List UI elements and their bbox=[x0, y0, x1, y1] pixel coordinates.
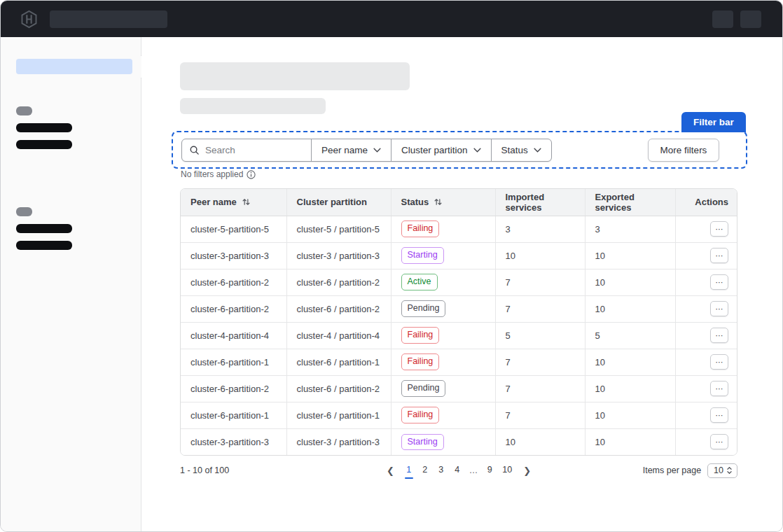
row-actions-button[interactable]: ⋯ bbox=[710, 381, 728, 396]
dropdown-label: Cluster partition bbox=[401, 145, 468, 155]
row-actions-button[interactable]: ⋯ bbox=[710, 248, 728, 263]
items-per-page-label: Items per page bbox=[643, 465, 701, 475]
cluster-partition-filter-dropdown[interactable]: Cluster partition bbox=[391, 139, 491, 161]
cluster-partition-cell: cluster-6 / partition-1 bbox=[286, 349, 391, 375]
row-actions-button[interactable]: ⋯ bbox=[710, 407, 728, 423]
search-input[interactable] bbox=[205, 145, 296, 155]
filter-status-text: No filters applied bbox=[181, 169, 256, 179]
column-header-exported-services: Exported services bbox=[585, 189, 675, 216]
exported-services-cell: 10 bbox=[585, 295, 675, 322]
nav-action-placeholder-2[interactable] bbox=[740, 10, 761, 28]
filter-bar: Peer name Cluster partition Status More … bbox=[172, 131, 747, 169]
cluster-partition-cell: cluster-3 / partition-3 bbox=[286, 242, 391, 269]
column-header-cluster-partition[interactable]: Cluster partition bbox=[286, 189, 391, 216]
sidebar-item-placeholder[interactable] bbox=[16, 140, 72, 149]
actions-cell: ⋯ bbox=[675, 402, 737, 428]
nav-search-placeholder[interactable] bbox=[50, 10, 167, 28]
table-header-row: Peer name Cluster partition Status bbox=[181, 189, 737, 216]
imported-services-cell: 10 bbox=[495, 428, 585, 455]
page-number-10[interactable]: 10 bbox=[500, 463, 514, 478]
sidebar-item-placeholder[interactable] bbox=[16, 241, 72, 250]
previous-page-button[interactable]: ❮ bbox=[382, 464, 399, 477]
table-row: cluster-4-partition-4 cluster-4 / partit… bbox=[181, 322, 737, 349]
imported-services-cell: 7 bbox=[495, 375, 585, 402]
sidebar-item-placeholder[interactable] bbox=[16, 123, 72, 132]
app-frame: Filter bar Peer name bbox=[0, 0, 783, 532]
row-actions-button[interactable]: ⋯ bbox=[710, 221, 728, 237]
peer-name-filter-dropdown[interactable]: Peer name bbox=[311, 139, 391, 161]
row-actions-button[interactable]: ⋯ bbox=[710, 328, 728, 343]
page-number-2[interactable]: 2 bbox=[420, 463, 431, 478]
status-cell: Pending bbox=[391, 375, 495, 402]
select-caret-icon bbox=[726, 466, 733, 475]
row-actions-button[interactable]: ⋯ bbox=[710, 274, 728, 290]
cluster-partition-cell: cluster-6 / partition-2 bbox=[286, 295, 391, 322]
sidebar-active-item-placeholder[interactable] bbox=[16, 59, 132, 74]
items-per-page-select[interactable]: 10 bbox=[707, 463, 737, 478]
sidebar bbox=[1, 37, 141, 532]
top-navbar bbox=[1, 1, 782, 37]
row-actions-button[interactable]: ⋯ bbox=[710, 301, 728, 316]
imported-services-cell: 3 bbox=[495, 216, 585, 242]
page-number-4[interactable]: 4 bbox=[452, 463, 463, 478]
peer-name-cell: cluster-6-partition-1 bbox=[181, 349, 286, 375]
table-row: cluster-3-partition-3 cluster-3 / partit… bbox=[181, 428, 737, 455]
next-page-button[interactable]: ❯ bbox=[519, 464, 535, 477]
column-header-imported-services: Imported services bbox=[495, 189, 585, 216]
actions-cell: ⋯ bbox=[675, 322, 737, 349]
table-row: cluster-6-partition-2 cluster-6 / partit… bbox=[181, 295, 737, 322]
filter-controls-group: Peer name Cluster partition Status bbox=[181, 139, 552, 162]
sidebar-section-label-placeholder bbox=[16, 207, 32, 216]
sort-icon[interactable] bbox=[434, 197, 443, 206]
pagination-range-text: 1 - 10 of 100 bbox=[180, 465, 382, 475]
more-filters-button[interactable]: More filters bbox=[648, 139, 719, 162]
search-field[interactable] bbox=[182, 139, 311, 161]
cluster-partition-cell: cluster-4 / partition-4 bbox=[286, 322, 391, 349]
pagination-pages: ❮ 1234…910 ❯ bbox=[382, 463, 535, 478]
hashicorp-logo-icon bbox=[20, 10, 39, 29]
dropdown-label: Peer name bbox=[321, 145, 368, 155]
items-per-page-value: 10 bbox=[714, 465, 723, 475]
search-icon bbox=[189, 145, 200, 155]
pagination-ellipsis: … bbox=[468, 465, 480, 475]
status-cell: Failing bbox=[391, 402, 495, 428]
status-badge: Failing bbox=[401, 354, 440, 370]
nav-right-group bbox=[712, 10, 761, 28]
exported-services-cell: 10 bbox=[585, 349, 675, 375]
column-header-actions: Actions bbox=[675, 189, 737, 216]
status-cell: Pending bbox=[391, 295, 495, 322]
cluster-partition-cell: cluster-5 / partition-5 bbox=[286, 216, 391, 242]
page-number-1[interactable]: 1 bbox=[403, 463, 415, 478]
actions-cell: ⋯ bbox=[675, 242, 737, 269]
pagination-bar: 1 - 10 of 100 ❮ 1234…910 ❯ Items per pag… bbox=[180, 460, 737, 481]
sort-icon[interactable] bbox=[242, 197, 251, 206]
cluster-partition-cell: cluster-6 / partition-2 bbox=[286, 269, 391, 295]
imported-services-cell: 10 bbox=[495, 242, 585, 269]
table-row: cluster-6-partition-1 cluster-6 / partit… bbox=[181, 402, 737, 428]
cluster-partition-cell: cluster-3 / partition-3 bbox=[286, 428, 391, 455]
nav-action-placeholder-1[interactable] bbox=[712, 10, 733, 28]
status-cell: Starting bbox=[391, 242, 495, 269]
status-filter-dropdown[interactable]: Status bbox=[491, 139, 551, 161]
chevron-down-icon bbox=[534, 148, 541, 153]
column-header-peer-name[interactable]: Peer name bbox=[181, 189, 286, 216]
status-cell: Active bbox=[391, 269, 495, 295]
cluster-partition-cell: cluster-6 / partition-2 bbox=[286, 375, 391, 402]
table-row: cluster-5-partition-5 cluster-5 / partit… bbox=[181, 216, 737, 242]
status-badge: Failing bbox=[401, 407, 440, 424]
page-number-9[interactable]: 9 bbox=[484, 463, 495, 478]
column-header-status[interactable]: Status bbox=[391, 189, 495, 216]
page-number-3[interactable]: 3 bbox=[436, 463, 447, 478]
exported-services-cell: 10 bbox=[585, 402, 675, 428]
status-cell: Failing bbox=[391, 322, 495, 349]
imported-services-cell: 5 bbox=[495, 322, 585, 349]
peer-name-cell: cluster-4-partition-4 bbox=[181, 322, 286, 349]
exported-services-cell: 3 bbox=[585, 216, 675, 242]
info-icon[interactable] bbox=[247, 170, 256, 179]
actions-cell: ⋯ bbox=[675, 375, 737, 402]
peer-name-cell: cluster-5-partition-5 bbox=[181, 216, 286, 242]
sidebar-item-placeholder[interactable] bbox=[16, 224, 72, 233]
row-actions-button[interactable]: ⋯ bbox=[710, 434, 728, 449]
peers-table: Peer name Cluster partition Status bbox=[180, 188, 737, 456]
row-actions-button[interactable]: ⋯ bbox=[710, 354, 728, 370]
